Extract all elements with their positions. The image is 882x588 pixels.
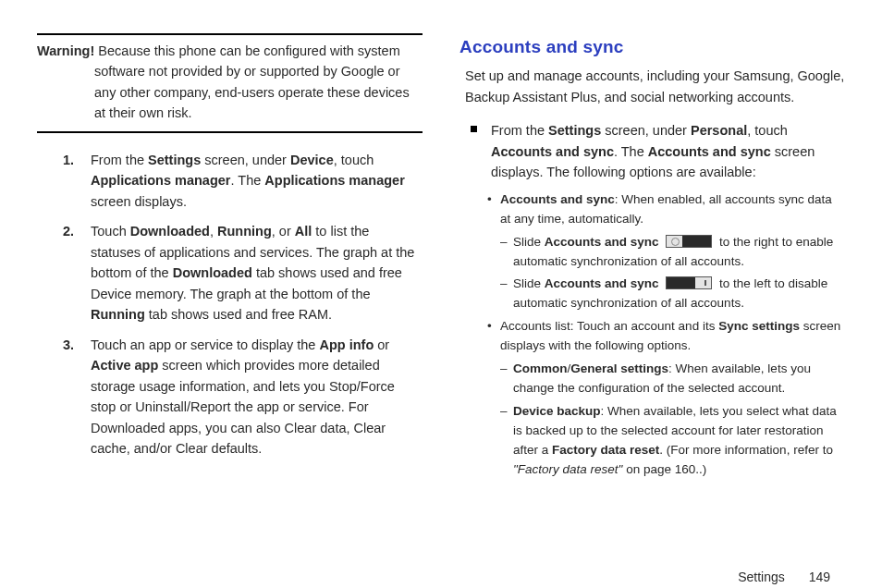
warning-rest: software not provided by or supported by… <box>37 61 423 123</box>
steps-list: From the Settings screen, under Device, … <box>37 150 423 459</box>
bullet-accounts-sync: Accounts and sync: When enabled, all acc… <box>476 190 845 229</box>
page-body: Warning! Because this phone can be confi… <box>0 0 882 570</box>
step-2: Touch Downloaded, Running, or All to lis… <box>63 221 423 325</box>
footer-page-number: 149 <box>809 570 830 584</box>
toggle-on-icon <box>666 276 712 289</box>
warning-label: Warning! <box>37 43 94 58</box>
step-1: From the Settings screen, under Device, … <box>63 150 423 212</box>
section-intro: Set up and manage accounts, including yo… <box>465 66 845 107</box>
dash-common: Common/General settings: When available,… <box>491 360 845 398</box>
footer-section: Settings <box>738 570 785 584</box>
page-footer: Settings 149 <box>0 570 882 584</box>
bullet-accounts-list: Accounts list: Touch an account and its … <box>476 317 845 356</box>
toggle-off-icon <box>666 235 712 248</box>
warning-box: Warning! Because this phone can be confi… <box>37 33 423 133</box>
dash-enable: Slide Accounts and sync to the right to … <box>491 233 845 272</box>
square-bullet: From the Settings screen, under Personal… <box>459 120 845 182</box>
right-column: Accounts and sync Set up and manage acco… <box>459 33 845 551</box>
dash-device-backup: Device backup: When available, lets you … <box>491 402 845 480</box>
section-heading: Accounts and sync <box>459 33 845 60</box>
step-3: Touch an app or service to display the A… <box>63 335 423 459</box>
dash-disable: Slide Accounts and sync to the left to d… <box>491 275 845 313</box>
warning-line1: Because this phone can be configured wit… <box>94 43 399 58</box>
left-column: Warning! Because this phone can be confi… <box>37 33 423 551</box>
